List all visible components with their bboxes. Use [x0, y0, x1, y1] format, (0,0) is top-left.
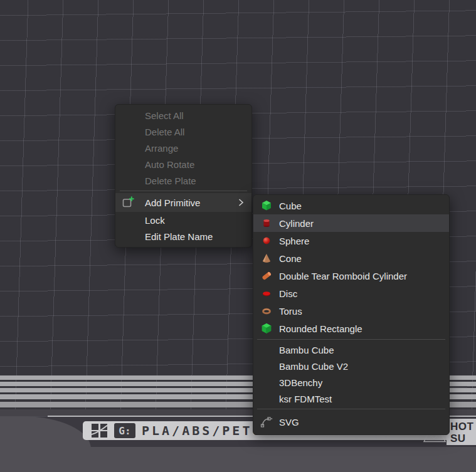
submenu-item-sphere[interactable]: Sphere [253, 232, 449, 249]
menu-item-label: Delete Plate [145, 176, 196, 186]
menu-item-arrange: Arrange [115, 140, 251, 156]
submenu-item-cone[interactable]: Cone [253, 249, 449, 267]
submenu-item-torus[interactable]: Torus [253, 302, 449, 320]
submenu-item-cylinder[interactable]: Cylinder [253, 214, 449, 232]
romboid-cylinder-icon [260, 270, 273, 282]
menu-item-label: Lock [145, 215, 165, 226]
submenu-item-label: Cylinder [279, 218, 314, 229]
menu-item-label: Arrange [145, 143, 178, 154]
submenu-item-svg[interactable]: SVG [253, 411, 449, 433]
menu-separator [120, 191, 247, 191]
submenu-item-3dbenchy[interactable]: 3DBenchy [253, 374, 449, 391]
submenu-item-label: Bambu Cube [279, 345, 334, 355]
submenu-separator [257, 409, 445, 409]
plate-g-logo-text: G: [119, 425, 130, 437]
menu-item-label: Auto Rotate [145, 159, 194, 170]
add-primitive-icon [122, 196, 134, 209]
menu-item-label: Delete All [145, 127, 184, 137]
menu-item-label: Select All [145, 110, 184, 121]
submenu-item-cube[interactable]: Cube [253, 197, 449, 214]
sphere-icon [260, 234, 273, 247]
plate-apron [0, 447, 476, 472]
submenu-item-label: Rounded Rectangle [279, 323, 362, 334]
svg-bezier-icon [260, 416, 273, 428]
hot-surface-warning-label: HOT SU [447, 419, 476, 445]
submenu-item-label: Disc [279, 288, 297, 299]
chevron-right-icon [236, 197, 246, 207]
submenu-item-label: Bambu Cube V2 [279, 361, 348, 372]
menu-item-lock[interactable]: Lock [115, 212, 251, 228]
torus-icon [260, 305, 273, 317]
plate-brand-logo-icon [92, 423, 108, 438]
menu-item-label: Add Primitive [145, 197, 200, 208]
submenu-item-label: Double Tear Romboid Cylinder [279, 271, 407, 281]
plate-surface-label: PLA/ABS/PETG [142, 423, 263, 438]
submenu-item-disc[interactable]: Disc [253, 285, 449, 302]
menu-item-label: Edit Plate Name [145, 231, 213, 242]
submenu-item-label: Cube [279, 201, 302, 211]
cube-icon [260, 199, 273, 212]
menu-item-add-primitive[interactable]: Add Primitive [115, 193, 251, 212]
submenu-item-bambu-cube[interactable]: Bambu Cube [253, 342, 449, 358]
submenu-item-label: Sphere [279, 236, 309, 246]
plate-context-menu: Select All Delete All Arrange Auto Rotat… [115, 104, 252, 248]
submenu-item-ksr-fdmtest[interactable]: ksr FDMTest [253, 391, 449, 407]
cone-icon [260, 252, 273, 265]
submenu-item-label: Cone [279, 253, 302, 264]
disc-icon [260, 287, 273, 300]
submenu-item-double-tear-romboid-cylinder[interactable]: Double Tear Romboid Cylinder [253, 267, 449, 285]
submenu-item-rounded-rectangle[interactable]: Rounded Rectangle [253, 320, 449, 337]
hot-surface-line1: HOT [450, 421, 476, 433]
menu-item-select-all: Select All [115, 107, 251, 123]
plate-g-logo: G: [114, 423, 135, 438]
menu-item-delete-all: Delete All [115, 123, 251, 140]
menu-item-edit-plate-name[interactable]: Edit Plate Name [115, 228, 251, 244]
menu-item-auto-rotate: Auto Rotate [115, 156, 251, 172]
submenu-item-label: 3DBenchy [279, 377, 322, 388]
slicer-3d-viewport: G: PLA/ABS/PETG HOT SU Select All Delete… [0, 0, 476, 472]
add-primitive-submenu: Cube Cylinder [253, 194, 450, 435]
rounded-rectangle-icon [260, 322, 273, 335]
hot-surface-line2: SU [450, 433, 476, 444]
submenu-item-label: SVG [279, 417, 299, 427]
cylinder-icon [260, 217, 273, 229]
submenu-item-label: ksr FDMTest [279, 394, 332, 404]
submenu-item-bambu-cube-v2[interactable]: Bambu Cube V2 [253, 358, 449, 374]
submenu-separator [257, 339, 445, 340]
submenu-item-label: Torus [279, 306, 302, 317]
menu-item-delete-plate: Delete Plate [115, 172, 251, 189]
